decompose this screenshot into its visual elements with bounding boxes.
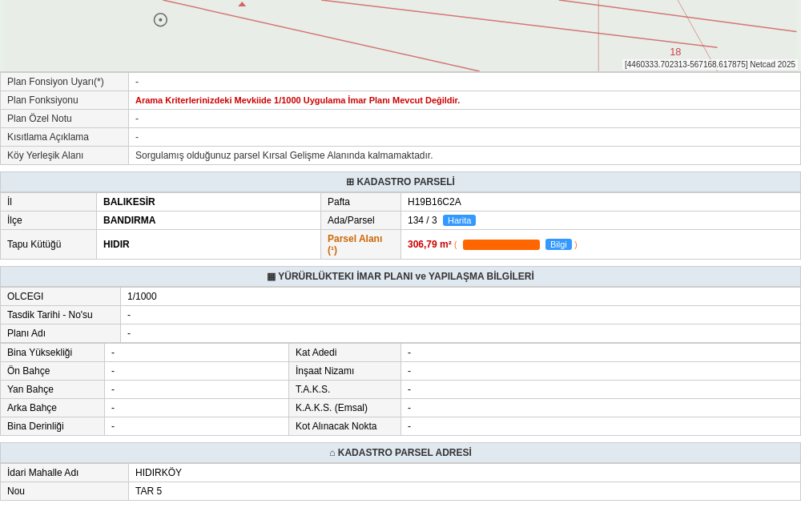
- bina-derinligi-label: Bina Derinliği: [1, 417, 105, 436]
- ada-value: 134 / 3 Harita: [401, 212, 801, 230]
- kaks-value: -: [401, 399, 801, 417]
- plani-adi-row: Planı Adı -: [1, 324, 801, 343]
- kisitlama-row: Kısıtlama Açıklama -: [1, 128, 801, 147]
- on-bahce-label: Ön Bahçe: [1, 362, 105, 381]
- ada-label: Ada/Parsel: [321, 212, 401, 230]
- bina-derinligi-row: Bina Derinliği - Kot Alınacak Nokta -: [1, 417, 801, 436]
- arka-bahce-value: -: [105, 399, 289, 417]
- pafta-value: H19B16C2A: [401, 193, 801, 212]
- bina-table: Bina Yüksekliği - Kat Adedi - Ön Bahçe -…: [0, 343, 801, 436]
- tapu-kutuğu-label: Tapu Kütüğü: [1, 230, 97, 260]
- parsel-alani-label-text: Parsel Alanı (¹): [328, 233, 382, 256]
- ilce-value: BANDIRMA: [97, 212, 321, 230]
- plan-ozel-not-label: Plan Özel Notu: [1, 110, 129, 128]
- kadastro-header: ⊞ KADASTRO PARSELİ: [0, 171, 801, 192]
- il-value: BALIKESİR: [97, 193, 321, 212]
- parsel-alani-value: 306,79 m²: [408, 239, 452, 250]
- arka-bahce-row: Arka Bahçe - K.A.K.S. (Emsal) -: [1, 399, 801, 417]
- building-icon: ▦: [267, 271, 276, 282]
- kaks-label: K.A.K.S. (Emsal): [289, 399, 401, 417]
- taks-label: T.A.K.S.: [289, 381, 401, 399]
- imar-header: ▦ YÜRÜRLÜKTEKI İMAR PLANI ve YAPILAŞMA B…: [0, 266, 801, 287]
- kot-label: Kot Alınacak Nokta: [289, 417, 401, 436]
- ilce-row: İlçe BANDIRMA Ada/Parsel 134 / 3 Harita: [1, 212, 801, 230]
- insaat-nizami-label: İnşaat Nizamı: [289, 362, 401, 381]
- tasdik-label: Tasdik Tarihi - No'su: [1, 306, 121, 324]
- plan-fonksiyon-value: Arama Kriterlerinizdeki Mevkiide 1/1000 …: [129, 91, 801, 110]
- il-row: İl BALIKESİR Pafta H19B16C2A: [1, 193, 801, 212]
- tapu-row: Tapu Kütüğü HIDIR Parsel Alanı (¹) 306,7…: [1, 230, 801, 260]
- plan-warn-row: Plan Fonsiyon Uyarı(*) -: [1, 73, 801, 91]
- kadastro-header-label: KADASTRO PARSELİ: [356, 176, 454, 187]
- tapu-warn-text: (: [454, 240, 457, 249]
- bina-derinligi-value: -: [105, 417, 289, 436]
- tar5-text: TAR 5: [135, 486, 162, 497]
- parsel-alani-value-cell: 306,79 m² ( Tapu alanı değildir! Bilgi ): [401, 230, 801, 260]
- plan-ozel-not-row: Plan Özel Notu -: [1, 110, 801, 128]
- plan-fonksiyon-section: Plan Fonsiyon Uyarı(*) - Plan Fonksiyonu…: [0, 72, 801, 165]
- svg-text:18: 18: [670, 46, 681, 58]
- imar-section: ▦ YÜRÜRLÜKTEKI İMAR PLANI ve YAPILAŞMA B…: [0, 266, 801, 436]
- imar-table: OLCEGI 1/1000 Tasdik Tarihi - No'su - Pl…: [0, 287, 801, 343]
- tapu-warn-badge[interactable]: Tapu alanı değildir!: [463, 240, 540, 250]
- parsel-alani-label: Parsel Alanı (¹): [321, 230, 401, 260]
- kot-value: -: [401, 417, 801, 436]
- idari-mahalle-row: İdari Mahalle Adı HIDIRKÖY: [1, 464, 801, 482]
- grid-icon: ⊞: [346, 176, 354, 187]
- plani-adi-value: -: [121, 324, 801, 343]
- kadastro-table: İl BALIKESİR Pafta H19B16C2A İlçe BANDIR…: [0, 192, 801, 260]
- map-area: 18 [4460333.702313-567168.617875] Netcad…: [0, 0, 801, 72]
- bina-yukseklik-value: -: [105, 344, 289, 362]
- olcegi-row: OLCEGI 1/1000: [1, 288, 801, 306]
- kat-adedi-label: Kat Adedi: [289, 344, 401, 362]
- koy-label: Köy Yerleşik Alanı: [1, 147, 129, 165]
- adres-header: ⌂ KADASTRO PARSEL ADRESİ: [0, 442, 801, 463]
- yan-bahce-row: Yan Bahçe - T.A.K.S. -: [1, 381, 801, 399]
- yan-bahce-label: Yan Bahçe: [1, 381, 105, 399]
- kisitlama-value: -: [129, 128, 801, 147]
- adres-section: ⌂ KADASTRO PARSEL ADRESİ İdari Mahalle A…: [0, 442, 801, 501]
- plan-fonksiyon-red-text: Arama Kriterlerinizdeki Mevkiide 1/1000 …: [135, 95, 460, 105]
- adres-table: İdari Mahalle Adı HIDIRKÖY Nou TAR 5: [0, 463, 801, 501]
- imar-header-label: YÜRÜRLÜKTEKI İMAR PLANI ve YAPILAŞMA BİL…: [278, 271, 534, 282]
- kadastro-section: ⊞ KADASTRO PARSELİ İl BALIKESİR Pafta H1…: [0, 171, 801, 260]
- il-label: İl: [1, 193, 97, 212]
- adres-header-label: KADASTRO PARSEL ADRESİ: [338, 447, 472, 458]
- svg-point-7: [159, 18, 162, 22]
- on-bahce-value: -: [105, 362, 289, 381]
- home-icon: ⌂: [329, 447, 335, 458]
- bina-yukseklik-row: Bina Yüksekliği - Kat Adedi -: [1, 344, 801, 362]
- plani-adi-label: Planı Adı: [1, 324, 121, 343]
- taks-value: -: [401, 381, 801, 399]
- kat-adedi-value: -: [401, 344, 801, 362]
- map-coordinates: [4460333.702313-567168.617875] Netcad 20…: [622, 59, 798, 70]
- pafta-label: Pafta: [321, 193, 401, 212]
- tasdik-row: Tasdik Tarihi - No'su -: [1, 306, 801, 324]
- harita-button[interactable]: Harita: [443, 215, 476, 226]
- plan-fonksiyon-label: Plan Fonksiyonu: [1, 91, 129, 110]
- idari-mahalle-label: İdari Mahalle Adı: [1, 464, 129, 482]
- plan-fonksiyon-row: Plan Fonksiyonu Arama Kriterlerinizdeki …: [1, 91, 801, 110]
- olcegi-value: 1/1000: [121, 288, 801, 306]
- ilce-label: İlçe: [1, 212, 97, 230]
- arka-bahce-label: Arka Bahçe: [1, 399, 105, 417]
- content-area: Plan Fonsiyon Uyarı(*) - Plan Fonksiyonu…: [0, 72, 801, 501]
- ada-text: 134 / 3: [408, 215, 437, 226]
- nou-label: Nou: [1, 482, 129, 501]
- close-paren: ): [574, 240, 577, 249]
- yan-bahce-value: -: [105, 381, 289, 399]
- nou-row: Nou TAR 5: [1, 482, 801, 501]
- tapu-kutuğu-value: HIDIR: [97, 230, 321, 260]
- koy-row: Köy Yerleşik Alanı Sorgulamış olduğunuz …: [1, 147, 801, 165]
- koy-value: Sorgulamış olduğunuz parsel Kırsal Geliş…: [129, 147, 801, 165]
- on-bahce-row: Ön Bahçe - İnşaat Nizamı -: [1, 362, 801, 381]
- bilgi-button[interactable]: Bilgi: [545, 239, 572, 250]
- bina-yukseklik-label: Bina Yüksekliği: [1, 344, 105, 362]
- plan-warn-label: Plan Fonsiyon Uyarı(*): [1, 73, 129, 91]
- nou-value: TAR 5: [129, 482, 801, 501]
- plan-ozel-not-value: -: [129, 110, 801, 128]
- insaat-nizami-value: -: [401, 362, 801, 381]
- tasdik-value: -: [121, 306, 801, 324]
- plan-warn-value: -: [129, 73, 801, 91]
- kisitlama-label: Kısıtlama Açıklama: [1, 128, 129, 147]
